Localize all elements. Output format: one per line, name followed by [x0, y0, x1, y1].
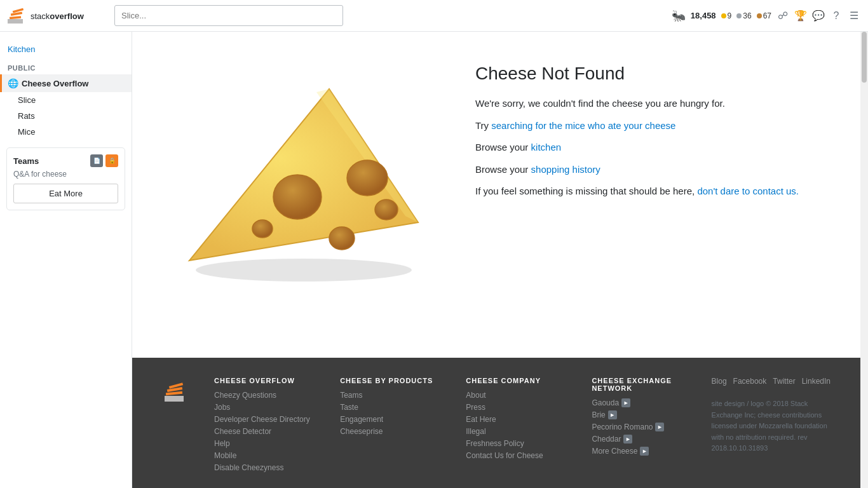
- footer-social-links: Blog Facebook Twitter LinkedIn: [712, 377, 831, 386]
- footer-link-teams[interactable]: Teams: [340, 391, 440, 400]
- logo[interactable]: stackoverflow: [8, 6, 107, 25]
- layout: Kitchen PUBLIC 🌐 Cheese Overflow Slice R…: [0, 32, 868, 488]
- network-item-brie: Brie ►: [592, 410, 692, 419]
- sidebar-item-slice[interactable]: Slice: [0, 92, 132, 108]
- footer-col3-title: CHEESE COMPANY: [466, 377, 566, 384]
- eat-more-button[interactable]: Eat More: [13, 184, 118, 203]
- footer-link-cheeseprise[interactable]: Cheeseprise: [340, 427, 440, 436]
- footer-link-press[interactable]: Press: [466, 403, 566, 412]
- teams-desc: Q&A for cheese: [13, 170, 118, 179]
- gaouda-arrow-icon: ►: [621, 398, 630, 407]
- sidebar-item-cheese-overflow[interactable]: 🌐 Cheese Overflow: [0, 74, 132, 92]
- more-cheese-arrow-icon: ►: [640, 447, 649, 456]
- sidebar-item-mice[interactable]: Mice: [0, 124, 132, 140]
- svg-point-13: [375, 200, 398, 220]
- footer-link-cheddar[interactable]: Cheddar: [592, 435, 621, 444]
- main-content: Cheese Not Found We're sorry, we couldn'…: [132, 32, 868, 488]
- network-item-gaouda: Gaouda ►: [592, 398, 692, 407]
- stackoverflow-logo-text: stackoverflow: [31, 10, 107, 22]
- footer-twitter-link[interactable]: Twitter: [773, 377, 795, 386]
- footer-link-contact-cheese[interactable]: Contact Us for Cheese: [466, 451, 566, 460]
- footer-link-gaouda[interactable]: Gaouda: [592, 398, 619, 407]
- footer-link-help[interactable]: Help: [214, 439, 315, 448]
- svg-rect-5: [8, 19, 22, 20]
- svg-rect-20: [165, 399, 184, 402]
- footer-link-eat-here[interactable]: Eat Here: [466, 415, 566, 424]
- network-item-pecorino: Pecorino Romano ►: [592, 423, 692, 431]
- footer-link-jobs[interactable]: Jobs: [214, 403, 315, 412]
- teams-doc-icon: 📄: [90, 154, 103, 167]
- teams-box: Teams 📄 🔒 Q&A for cheese Eat More: [6, 147, 125, 210]
- footer-logo-icon: [163, 380, 189, 405]
- kitchen-link[interactable]: kitchen: [531, 142, 562, 152]
- footer-link-cheezy-questions[interactable]: Cheezy Questions: [214, 391, 315, 400]
- cheese-illustration: [170, 57, 437, 286]
- scrollbar-thumb[interactable]: [862, 32, 867, 83]
- footer-link-freshness[interactable]: Freshness Policy: [466, 439, 566, 448]
- content-area: Cheese Not Found We're sorry, we couldn'…: [132, 32, 868, 358]
- footer-link-brie[interactable]: Brie: [592, 410, 605, 419]
- header: stackoverflow 🐜 18,458 9 36 67 ☍ 🏆 💬 ? ☰: [0, 0, 868, 32]
- teams-icons: 📄 🔒: [90, 154, 118, 167]
- bronze-badge: 67: [757, 11, 771, 20]
- help-icon[interactable]: ?: [830, 10, 843, 22]
- dont-dare-link[interactable]: don't dare to contact us.: [697, 186, 799, 196]
- brie-arrow-icon: ►: [608, 410, 617, 419]
- error-try: Try searching for the mice who ate your …: [475, 119, 843, 133]
- svg-rect-16: [165, 396, 184, 399]
- svg-point-15: [196, 259, 412, 281]
- menu-icon[interactable]: ☰: [848, 10, 860, 22]
- sidebar-item-kitchen[interactable]: Kitchen: [0, 39, 132, 59]
- error-browse2: Browse your shopping history: [475, 163, 843, 177]
- svg-rect-3: [11, 11, 22, 16]
- footer-link-disable[interactable]: Disable Cheezyness: [214, 463, 315, 472]
- footer-col2-title: CHEESE BY PRODUCTS: [340, 377, 440, 384]
- footer-inner: CHEESE OVERFLOW Cheezy Questions Jobs De…: [151, 377, 850, 475]
- svg-point-14: [261, 132, 283, 147]
- error-browse1: Browse your kitchen: [475, 140, 843, 155]
- svg-text:stackoverflow: stackoverflow: [31, 11, 85, 21]
- footer-facebook-link[interactable]: Facebook: [733, 377, 767, 386]
- achievements-icon[interactable]: 🏆: [794, 10, 807, 22]
- footer-col-cheese-overflow: CHEESE OVERFLOW Cheezy Questions Jobs De…: [201, 377, 327, 475]
- reputation-score: 18,458: [691, 11, 716, 20]
- searching-link[interactable]: searching for the mice who ate your chee…: [491, 120, 675, 131]
- error-missing: If you feel something is missing that sh…: [475, 184, 843, 199]
- footer-blog-link[interactable]: Blog: [712, 377, 727, 386]
- silver-badge: 36: [736, 11, 751, 20]
- footer-link-cheese-detector[interactable]: Cheese Detector: [214, 427, 315, 436]
- header-right: 🐜 18,458 9 36 67 ☍ 🏆 💬 ? ☰: [672, 9, 860, 23]
- sidebar-item-rats[interactable]: Rats: [0, 108, 132, 124]
- svg-point-10: [347, 160, 388, 196]
- sidebar-public-label: PUBLIC: [0, 59, 132, 74]
- error-line1: We're sorry, we couldn't find the cheese…: [475, 97, 843, 111]
- error-content: Cheese Not Found We're sorry, we couldn'…: [450, 44, 868, 226]
- teams-title: Teams: [13, 156, 39, 166]
- footer-link-pecorino[interactable]: Pecorino Romano: [592, 423, 653, 431]
- stackoverflow-logo-icon: [8, 6, 27, 25]
- teams-lock-icon: 🔒: [105, 154, 118, 167]
- shopping-history-link[interactable]: shopping history: [531, 164, 600, 175]
- svg-rect-2: [10, 16, 21, 19]
- footer-link-more-cheese[interactable]: More Cheese: [592, 447, 637, 456]
- search-bar[interactable]: [114, 5, 343, 26]
- inbox-icon[interactable]: ☍: [776, 10, 789, 22]
- sidebar: Kitchen PUBLIC 🌐 Cheese Overflow Slice R…: [0, 32, 132, 488]
- footer-col4-title: CHEESE EXCHANGE NETWORK: [592, 377, 692, 392]
- review-icon[interactable]: 💬: [812, 10, 825, 22]
- footer-col-cheese-company: CHEESE COMPANY About Press Eat Here Ille…: [453, 377, 579, 475]
- footer-link-engagement[interactable]: Engagement: [340, 415, 440, 424]
- avatar-icon: 🐜: [672, 9, 686, 23]
- footer-linkedin-link[interactable]: LinkedIn: [802, 377, 831, 386]
- svg-point-11: [329, 227, 355, 250]
- search-input[interactable]: [114, 5, 343, 26]
- footer-link-dev-cheese[interactable]: Developer Cheese Directory: [214, 415, 315, 424]
- footer-logo-col: [163, 377, 201, 475]
- error-title: Cheese Not Found: [475, 64, 843, 84]
- footer-link-about[interactable]: About: [466, 391, 566, 400]
- footer-link-illegal[interactable]: Illegal: [466, 427, 566, 436]
- footer-col1-title: CHEESE OVERFLOW: [214, 377, 315, 384]
- footer-link-taste[interactable]: Taste: [340, 403, 440, 412]
- scrollbar[interactable]: [860, 0, 868, 488]
- footer-link-mobile[interactable]: Mobile: [214, 451, 315, 460]
